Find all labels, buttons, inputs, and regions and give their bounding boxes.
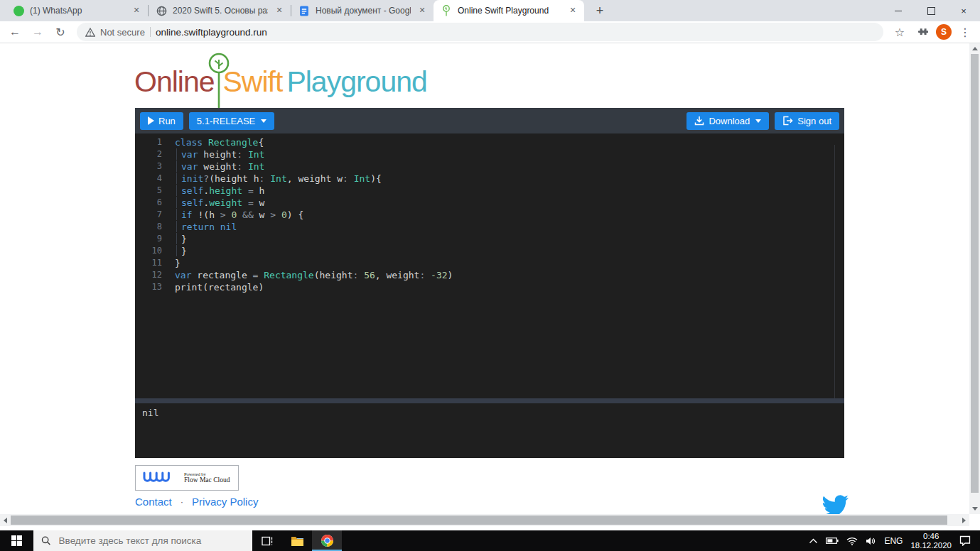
output-console[interactable]: nil	[135, 403, 844, 458]
globe-icon	[156, 5, 167, 16]
code-line[interactable]: 12var rectangle = Rectangle(height: 56, …	[135, 269, 844, 281]
bookmark-star-icon[interactable]: ☆	[890, 23, 909, 41]
line-number: 2	[135, 148, 168, 160]
tab-swift-lesson[interactable]: 2020 Swift 5. Основы разработк ×	[149, 0, 291, 21]
minimize-button[interactable]	[882, 0, 915, 21]
tab-close-icon[interactable]: ×	[274, 5, 285, 16]
link-separator: ·	[181, 496, 183, 507]
line-number: 8	[135, 221, 168, 233]
indent-guide	[176, 233, 181, 244]
scroll-right-arrow-icon[interactable]	[959, 514, 969, 526]
hidden-icons-chevron-icon[interactable]	[809, 538, 818, 544]
code-line[interactable]: 10}	[135, 245, 844, 257]
version-dropdown[interactable]: 5.1-RELEASE	[189, 112, 274, 130]
tab-close-icon[interactable]: ×	[416, 5, 428, 16]
horizontal-scrollbar-thumb[interactable]	[11, 515, 947, 525]
battery-icon[interactable]	[826, 537, 839, 545]
profile-avatar[interactable]: S	[936, 24, 952, 40]
code-line[interactable]: 8return nil	[135, 221, 844, 233]
code-lines: 1class Rectangle{2var height: Int3var we…	[135, 136, 844, 293]
code-line[interactable]: 9}	[135, 233, 844, 245]
contact-link[interactable]: Contact	[135, 496, 172, 508]
code-text: return nil	[168, 221, 237, 233]
scroll-left-arrow-icon[interactable]	[0, 514, 11, 526]
omnibox-separator	[150, 27, 151, 37]
privacy-policy-link[interactable]: Privacy Policy	[192, 496, 258, 508]
code-text: var height: Int	[168, 148, 264, 160]
horizontal-scrollbar[interactable]	[0, 514, 969, 526]
code-line[interactable]: 3var weight: Int	[135, 160, 844, 173]
playground-toolbar: Run 5.1-RELEASE Download Sign out	[135, 108, 844, 133]
code-line[interactable]: 5self.height = h	[135, 185, 844, 197]
code-line[interactable]: 7if !(h > 0 && w > 0) {	[135, 209, 844, 221]
extensions-puzzle-icon[interactable]	[913, 23, 932, 41]
logo-word-swift: Swift	[223, 52, 283, 97]
download-label: Download	[709, 116, 750, 126]
browser-tab-strip: (1) WhatsApp × 2020 Swift 5. Основы разр…	[0, 0, 980, 21]
code-text: self.weight = w	[168, 197, 264, 209]
sign-out-button[interactable]: Sign out	[775, 112, 839, 130]
code-line[interactable]: 6self.weight = w	[135, 197, 844, 209]
line-number: 3	[135, 160, 168, 173]
tab-title: Online Swift Playground	[458, 6, 561, 16]
code-text: init?(height h: Int, weight w: Int){	[168, 173, 382, 185]
scroll-down-arrow-icon[interactable]	[969, 503, 980, 514]
volume-icon[interactable]	[866, 537, 876, 545]
logo-word-online: Online	[134, 52, 215, 97]
logo-tree-icon	[215, 52, 223, 94]
powered-by-badge[interactable]: Powered by Flow Mac Cloud	[135, 465, 239, 491]
vertical-scrollbar[interactable]	[969, 43, 980, 514]
wifi-icon[interactable]	[846, 537, 858, 545]
tab-close-icon[interactable]: ×	[567, 5, 578, 16]
file-explorer-button[interactable]	[282, 530, 312, 551]
code-text: }	[168, 245, 187, 257]
run-label: Run	[158, 116, 176, 126]
playground-app: Run 5.1-RELEASE Download Sign out	[135, 108, 844, 458]
task-view-icon	[262, 535, 274, 547]
security-label: Not secure	[100, 27, 145, 38]
code-editor[interactable]: 1class Rectangle{2var height: Int3var we…	[135, 133, 844, 398]
play-icon	[148, 116, 154, 125]
download-dropdown[interactable]: Download	[686, 112, 769, 130]
flow-mac-cloud-wave-icon	[142, 471, 178, 485]
code-text: class Rectangle{	[168, 136, 264, 148]
tab-whatsapp[interactable]: (1) WhatsApp ×	[6, 0, 148, 21]
taskbar-search[interactable]	[33, 530, 252, 551]
taskbar-clock[interactable]: 0:46 18.12.2020	[910, 532, 952, 550]
scroll-up-arrow-icon[interactable]	[969, 43, 980, 54]
line-number: 9	[135, 233, 168, 245]
reload-icon[interactable]: ↻	[51, 23, 70, 41]
language-indicator[interactable]: ENG	[884, 536, 903, 546]
logo-word-playground: Playground	[286, 52, 426, 97]
code-line[interactable]: 1class Rectangle{	[135, 136, 844, 148]
code-line[interactable]: 13print(rectangle)	[135, 281, 844, 293]
editor-output-divider[interactable]	[135, 398, 844, 403]
vertical-scrollbar-thumb[interactable]	[971, 54, 979, 493]
code-line[interactable]: 2var height: Int	[135, 148, 844, 160]
search-input[interactable]	[58, 535, 244, 547]
indent-guide	[176, 160, 181, 172]
run-button[interactable]: Run	[140, 112, 183, 130]
code-line[interactable]: 11}	[135, 257, 844, 269]
line-number: 12	[135, 269, 168, 281]
tab-close-icon[interactable]: ×	[131, 5, 142, 16]
back-icon[interactable]: ←	[6, 23, 24, 41]
close-window-button[interactable]: ×	[947, 0, 980, 21]
url-text: online.swiftplayground.run	[156, 27, 267, 38]
new-tab-button[interactable]: +	[590, 1, 610, 21]
chrome-taskbar-button[interactable]	[312, 530, 342, 551]
code-line[interactable]: 4init?(height h: Int, weight w: Int){	[135, 173, 844, 185]
task-view-button[interactable]	[252, 530, 282, 551]
maximize-button[interactable]	[915, 0, 947, 21]
code-text: }	[168, 233, 187, 245]
start-button[interactable]	[0, 530, 33, 551]
forward-icon[interactable]: →	[28, 23, 47, 41]
tab-google-docs[interactable]: Новый документ - Google Доку ×	[291, 0, 434, 21]
tab-swift-playground-active[interactable]: Online Swift Playground ×	[434, 0, 584, 21]
action-center-icon[interactable]	[959, 535, 971, 546]
browser-toolbar: ← → ↻ Not secure online.swiftplayground.…	[0, 21, 980, 43]
browser-menu-icon[interactable]: ⋮	[956, 23, 974, 41]
address-bar[interactable]: Not secure online.swiftplayground.run	[77, 23, 883, 41]
version-label: 5.1-RELEASE	[197, 116, 255, 126]
line-number: 5	[135, 185, 168, 197]
